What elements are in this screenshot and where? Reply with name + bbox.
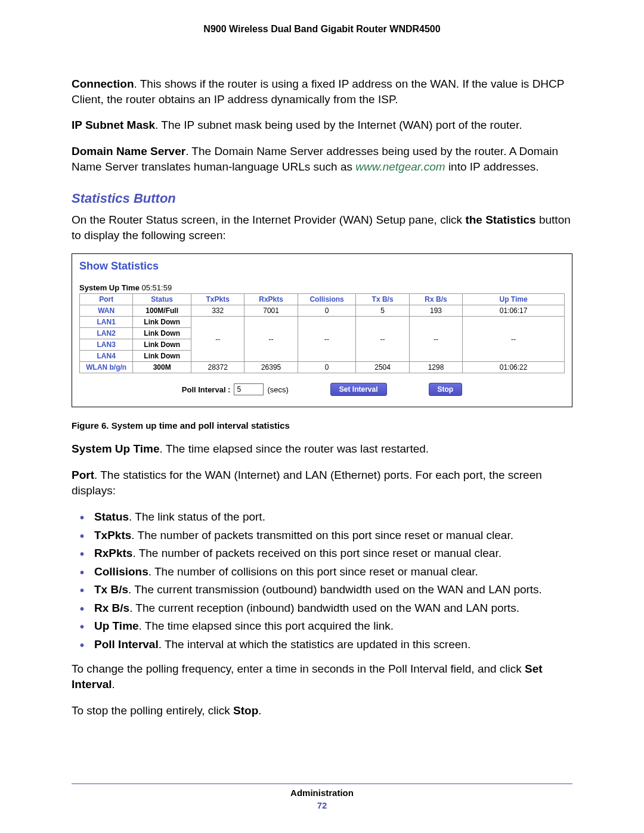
cell-txpkts: 28372	[191, 362, 244, 373]
cell-status: Link Down	[133, 328, 191, 339]
para-ipsubnet: IP Subnet Mask. The IP subnet mask being…	[72, 117, 572, 133]
list-item: Collisions. The number of collisions on …	[72, 563, 572, 581]
list-item-term: Rx B/s	[94, 602, 129, 614]
term-dns: Domain Name Server	[72, 145, 185, 157]
cell-uptime: 01:06:17	[463, 305, 565, 317]
cell-uptime: --	[463, 317, 565, 362]
text: . The statistics for the WAN (Internet) …	[72, 469, 542, 497]
cell-rxbs: 1298	[409, 362, 462, 373]
col-uptime: Up Time	[463, 294, 565, 305]
para-stop-poll: To stop the polling entirely, click Stop…	[72, 703, 572, 719]
cell-status: Link Down	[133, 339, 191, 351]
list-item-term: Tx B/s	[94, 583, 128, 596]
list-item-term: RxPkts	[94, 547, 132, 559]
figure-caption: Figure 6. System up time and poll interv…	[72, 420, 572, 431]
cell-port: WAN	[80, 305, 133, 317]
list-item: Rx B/s. The current reception (inbound) …	[72, 600, 572, 617]
text: . This shows if the router is using a fi…	[72, 78, 564, 106]
cell-collisions: --	[298, 317, 356, 362]
list-item-text: . The number of packets received on this…	[132, 547, 501, 559]
poll-interval-input[interactable]	[234, 383, 264, 395]
text: On the Router Status screen, in the Inte…	[72, 213, 465, 226]
link-netgear[interactable]: www.netgear.com	[355, 160, 445, 173]
cell-port: LAN4	[80, 351, 133, 362]
list-item-text: . The number of packets transmitted on t…	[131, 529, 513, 541]
list-item-term: Status	[94, 510, 129, 523]
list-item-term: TxPkts	[94, 529, 131, 541]
poll-interval-unit: (secs)	[267, 385, 288, 394]
text: To change the polling frequency, enter a…	[72, 662, 525, 675]
cell-status: 300M	[133, 362, 191, 373]
footer-rule	[72, 784, 572, 784]
cell-rxbs: --	[409, 317, 462, 362]
cell-txpkts: --	[191, 317, 244, 362]
col-status: Status	[133, 294, 191, 305]
cell-rxpkts: --	[244, 317, 298, 362]
text: To stop the polling entirely, click	[72, 704, 233, 717]
cell-txbs: --	[356, 317, 409, 362]
list-item-term: Poll Interval	[94, 638, 159, 651]
cell-status: Link Down	[133, 317, 191, 328]
table-body: WAN100M/Full33270010519301:06:17LAN1Link…	[80, 305, 565, 373]
cell-port: WLAN b/g/n	[80, 362, 133, 373]
text-bold: the Statistics	[465, 213, 535, 226]
list-item-text: . The time elapsed since this port acqui…	[139, 620, 394, 632]
text: .	[112, 678, 115, 690]
doc-header: N900 Wireless Dual Band Gigabit Router W…	[72, 24, 572, 35]
col-port: Port	[80, 294, 133, 305]
poll-left: Poll Interval : (secs)	[182, 383, 289, 395]
text: .	[258, 704, 261, 717]
list-item: TxPkts. The number of packets transmitte…	[72, 527, 572, 544]
table-row: LAN1Link Down------------	[80, 317, 565, 328]
section-title-statistics: Statistics Button	[72, 191, 572, 206]
cell-rxbs: 193	[409, 305, 462, 317]
para-port: Port. The statistics for the WAN (Intern…	[72, 467, 572, 498]
para-sysup: System Up Time. The time elapsed since t…	[72, 441, 572, 457]
poll-interval-label: Poll Interval :	[182, 385, 231, 394]
list-item: RxPkts. The number of packets received o…	[72, 545, 572, 562]
system-up-time-value: 05:51:59	[142, 283, 172, 292]
para-connection: Connection. This shows if the router is …	[72, 76, 572, 107]
list-item-term: Up Time	[94, 620, 139, 632]
list-item: Poll Interval. The interval at which the…	[72, 636, 572, 654]
text-bold: Stop	[233, 704, 258, 717]
col-rxpkts: RxPkts	[244, 294, 298, 305]
cell-status: Link Down	[133, 351, 191, 362]
para-dns: Domain Name Server. The Domain Name Serv…	[72, 144, 572, 174]
term-ipsubnet: IP Subnet Mask	[72, 119, 155, 131]
term-connection: Connection	[72, 78, 134, 90]
text: . The IP subnet mask being used by the I…	[155, 119, 522, 131]
table-row: WLAN b/g/n300M283722639502504129801:06:2…	[80, 362, 565, 373]
cell-rxpkts: 7001	[244, 305, 298, 317]
cell-txbs: 5	[356, 305, 409, 317]
list-item-text: . The current transmission (outbound) ba…	[128, 583, 542, 596]
table-header-row: Port Status TxPkts RxPkts Collisions Tx …	[80, 294, 565, 305]
footer-page-number: 72	[72, 800, 572, 810]
bullet-list: Status. The link status of the port.TxPk…	[72, 509, 572, 653]
page-footer: Administration 72	[72, 788, 572, 810]
stop-button[interactable]: Stop	[429, 383, 463, 396]
statistics-panel: Show Statistics System Up Time 05:51:59 …	[72, 253, 572, 407]
system-up-time-label: System Up Time	[79, 283, 140, 292]
statistics-table: Port Status TxPkts RxPkts Collisions Tx …	[79, 293, 565, 373]
col-txbs: Tx B/s	[356, 294, 409, 305]
para-change-poll: To change the polling frequency, enter a…	[72, 661, 572, 692]
list-item: Tx B/s. The current transmission (outbou…	[72, 581, 572, 599]
para-intro: On the Router Status screen, in the Inte…	[72, 212, 572, 243]
system-up-time-row: System Up Time 05:51:59	[79, 283, 565, 292]
text: into IP addresses.	[445, 160, 539, 173]
col-rxbs: Rx B/s	[409, 294, 462, 305]
cell-rxpkts: 26395	[244, 362, 298, 373]
set-interval-button[interactable]: Set Interval	[330, 383, 387, 396]
cell-collisions: 0	[298, 305, 356, 317]
panel-title: Show Statistics	[79, 260, 565, 272]
cell-uptime: 01:06:22	[463, 362, 565, 373]
col-txpkts: TxPkts	[191, 294, 244, 305]
cell-status: 100M/Full	[133, 305, 191, 317]
list-item: Status. The link status of the port.	[72, 509, 572, 526]
term-port: Port	[72, 469, 94, 481]
list-item-text: . The current reception (inbound) bandwi…	[129, 602, 519, 614]
poll-row: Poll Interval : (secs) Set Interval Stop	[79, 383, 565, 396]
col-collisions: Collisions	[298, 294, 356, 305]
cell-port: LAN1	[80, 317, 133, 328]
